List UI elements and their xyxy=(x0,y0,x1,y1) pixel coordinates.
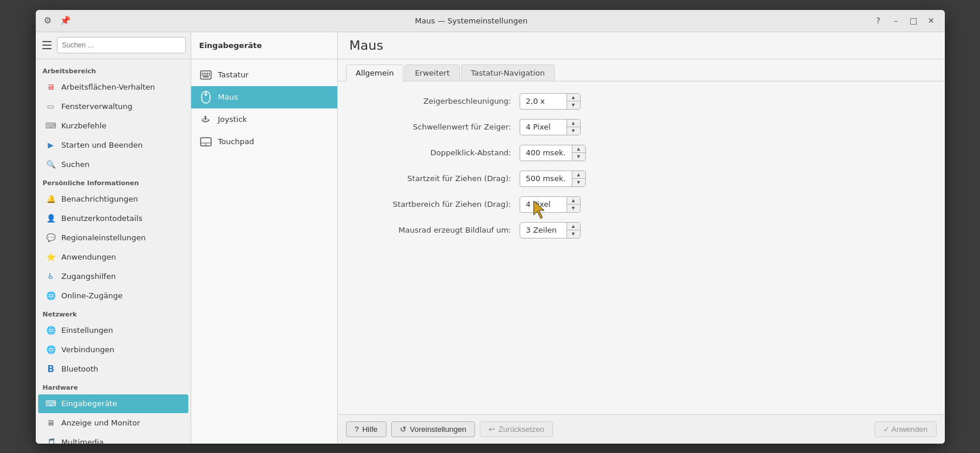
sidebar-item-eingabegerate[interactable]: ⌨ Eingabegeräte xyxy=(38,394,188,413)
sidebar-item-bluetooth[interactable]: B Bluetooth xyxy=(38,360,188,379)
spin-up-mausrad[interactable]: ▲ xyxy=(567,223,580,231)
label-doppelklick: Doppelklick-Abstand: xyxy=(355,148,520,157)
sidebar-item-verbindungen[interactable]: 🌐 Verbindungen xyxy=(38,340,188,359)
sidebar-label-regionaleinstellungen: Regionaleinstellungen xyxy=(62,233,146,242)
zurucksetzen-button[interactable]: ↩ Zurücksetzen xyxy=(480,421,553,437)
middle-label-maus: Maus xyxy=(218,93,238,101)
spin-down-schwellenwert[interactable]: ▼ xyxy=(567,127,580,135)
tabs-bar: Allgemein Erweitert Tastatur-Navigation xyxy=(338,59,945,81)
spin-up-startbereich[interactable]: ▲ xyxy=(567,197,580,205)
value-schwellenwert: 4 Pixel xyxy=(520,120,567,135)
spin-down-startzeit[interactable]: ▼ xyxy=(572,179,585,186)
sidebar-item-benutzerkontodetails[interactable]: 👤 Benutzerkontodetails xyxy=(38,209,188,228)
spin-up-doppelklick[interactable]: ▲ xyxy=(572,145,585,154)
sidebar-item-arbeitsflachen[interactable]: 🖥 Arbeitsflächen-Verhalten xyxy=(38,78,188,97)
spin-up-zeigerbeschleunigung[interactable]: ▲ xyxy=(567,94,580,102)
help-button[interactable]: ? xyxy=(871,14,886,27)
sidebar-item-suchen[interactable]: 🔍 Suchen xyxy=(38,155,188,174)
main-content: Arbeitsbereich 🖥 Arbeitsflächen-Verhalte… xyxy=(36,32,945,444)
sidebar-item-einstellungen[interactable]: 🌐 Einstellungen xyxy=(38,321,188,340)
spin-zeigerbeschleunigung[interactable]: 2,0 x ▲ ▼ xyxy=(520,93,581,110)
middle-item-tastatur[interactable]: Tastatur xyxy=(191,64,337,86)
svg-rect-2 xyxy=(204,73,205,74)
main-window: ⚙ 📌 Maus — Systemeinstellungen ? – □ ✕ A… xyxy=(36,10,945,444)
verbindungen-icon: 🌐 xyxy=(45,344,57,356)
minimize-button[interactable]: – xyxy=(889,14,904,27)
value-mausrad: 3 Zeilen xyxy=(520,223,567,238)
settings-icon[interactable]: ⚙ xyxy=(42,14,55,27)
middle-item-maus[interactable]: Maus xyxy=(191,86,337,108)
tastatur-icon xyxy=(199,69,212,81)
anzeige-icon: 🖥 xyxy=(45,417,57,429)
sidebar-item-fensterverwaltung[interactable]: ▭ Fensterverwaltung xyxy=(38,97,188,116)
zurucksetzen-label: Zurücksetzen xyxy=(499,425,544,434)
sidebar-item-zugangshilfen[interactable]: ♿ Zugangshilfen xyxy=(38,267,188,286)
svg-rect-7 xyxy=(204,74,205,76)
label-startzeit: Startzeit für Ziehen (Drag): xyxy=(355,174,520,183)
sidebar-label-fensterverwaltung: Fensterverwaltung xyxy=(62,102,133,111)
page-title: Maus xyxy=(350,38,384,53)
suchen-icon: 🔍 xyxy=(45,159,57,171)
titlebar-left-icons: ⚙ 📌 xyxy=(42,14,72,27)
search-input[interactable] xyxy=(57,37,186,53)
help-button-bottom[interactable]: ? Hilfe xyxy=(346,421,386,437)
online-zugange-icon: 🌐 xyxy=(45,290,57,302)
value-startzeit: 500 msek. xyxy=(520,171,572,186)
svg-rect-1 xyxy=(202,73,203,74)
anwendungen-icon: ⭐ xyxy=(45,251,57,263)
right-content: Allgemein Erweitert Tastatur-Navigation … xyxy=(338,59,945,414)
sidebar-item-anzeige[interactable]: 🖥 Anzeige und Monitor xyxy=(38,414,188,432)
svg-rect-9 xyxy=(207,74,208,76)
spin-startzeit[interactable]: 500 msek. ▲ ▼ xyxy=(520,171,586,187)
svg-rect-4 xyxy=(207,73,208,74)
spin-doppelklick[interactable]: 400 msek. ▲ ▼ xyxy=(520,145,586,161)
sidebar-item-benachrichtigungen[interactable]: 🔔 Benachrichtigungen xyxy=(38,190,188,209)
tab-erweitert[interactable]: Erweitert xyxy=(405,64,459,81)
label-zeigerbeschleunigung: Zeigerbeschleunigung: xyxy=(355,97,520,105)
tab-allgemein[interactable]: Allgemein xyxy=(346,64,404,81)
regionaleinstellungen-icon: 💬 xyxy=(45,232,57,244)
hamburger-icon[interactable] xyxy=(40,39,53,52)
spin-buttons-mausrad: ▲ ▼ xyxy=(567,223,580,238)
maximize-button[interactable]: □ xyxy=(906,14,921,27)
label-startbereich: Startbereich für Ziehen (Drag): xyxy=(355,200,520,209)
sidebar-label-verbindungen: Verbindungen xyxy=(62,345,115,354)
voreinstellungen-button[interactable]: ↺ Voreinstellungen xyxy=(391,421,475,437)
spin-mausrad[interactable]: 3 Zeilen ▲ ▼ xyxy=(520,222,581,239)
middle-label-touchpad: Touchpad xyxy=(218,137,255,146)
sidebar-label-arbeitsflachen: Arbeitsflächen-Verhalten xyxy=(62,83,155,91)
section-hardware: Hardware xyxy=(36,379,191,394)
sidebar-item-online-zugange[interactable]: 🌐 Online-Zugänge xyxy=(38,287,188,305)
spin-down-mausrad[interactable]: ▼ xyxy=(567,230,580,238)
value-startbereich: 4 Pixel xyxy=(520,197,567,212)
spin-down-startbereich[interactable]: ▼ xyxy=(567,205,580,212)
sidebar-item-anwendungen[interactable]: ⭐ Anwendungen xyxy=(38,248,188,267)
sidebar-item-multimedia[interactable]: 🎵 Multimedia xyxy=(38,433,188,444)
benachrichtigungen-icon: 🔔 xyxy=(45,193,57,205)
sidebar-label-suchen: Suchen xyxy=(62,160,90,169)
spin-up-startzeit[interactable]: ▲ xyxy=(572,171,585,179)
sidebar-item-starten[interactable]: ▶ Starten und Beenden xyxy=(38,136,188,155)
anwenden-button[interactable]: ✓ Anwenden xyxy=(874,421,936,437)
middle-panel: Eingabegeräte xyxy=(191,32,338,444)
fensterverwaltung-icon: ▭ xyxy=(45,101,57,113)
spin-down-doppelklick[interactable]: ▼ xyxy=(572,153,585,161)
tab-tastatur-navigation[interactable]: Tastatur-Navigation xyxy=(461,64,555,81)
svg-rect-3 xyxy=(205,73,206,74)
pin-icon[interactable]: 📌 xyxy=(59,14,72,27)
label-mausrad: Mausrad erzeugt Bildlauf um: xyxy=(355,226,520,234)
middle-item-touchpad[interactable]: Touchpad xyxy=(191,131,337,153)
sidebar-label-starten: Starten und Beenden xyxy=(62,141,143,149)
sidebar-label-benutzerkontodetails: Benutzerkontodetails xyxy=(62,214,143,223)
sidebar-label-anwendungen: Anwendungen xyxy=(62,253,116,261)
spin-down-zeigerbeschleunigung[interactable]: ▼ xyxy=(567,101,580,109)
spin-schwellenwert[interactable]: 4 Pixel ▲ ▼ xyxy=(520,119,581,135)
sidebar-item-kurzbefehle[interactable]: ⌨ Kurzbefehle xyxy=(38,117,188,135)
spin-up-schwellenwert[interactable]: ▲ xyxy=(567,120,580,128)
sidebar-item-regionaleinstellungen[interactable]: 💬 Regionaleinstellungen xyxy=(38,229,188,247)
close-button[interactable]: ✕ xyxy=(924,14,939,27)
spin-startbereich[interactable]: 4 Pixel ▲ ▼ xyxy=(520,196,581,213)
middle-item-joystick[interactable]: 🕹 Joystick xyxy=(191,108,337,131)
middle-label-joystick: Joystick xyxy=(218,115,247,124)
anwenden-label: ✓ Anwenden xyxy=(883,425,927,434)
